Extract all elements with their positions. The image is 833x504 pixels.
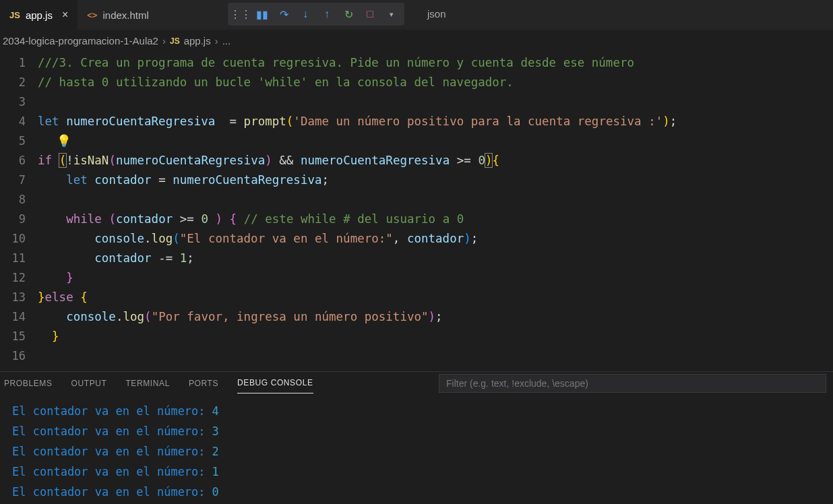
code-token: isNaN (73, 154, 109, 167)
tab-terminal[interactable]: TERMINAL (125, 373, 169, 393)
console-msg: El contador va en el número: (12, 482, 206, 502)
crumb-file[interactable]: app.js (184, 35, 211, 46)
js-icon: JS (9, 10, 20, 20)
console-line: El contador va en el número:2 (12, 441, 821, 462)
console-line: El contador va en el número:4 (12, 401, 821, 421)
code-token: prompt (244, 115, 286, 128)
console-line: El contador va en el número:0 (12, 482, 821, 502)
code-token: -= (158, 251, 180, 265)
code-comment: ///3. Crea un programa de cuenta regresi… (38, 56, 642, 69)
lightbulb-icon[interactable]: 💡 (57, 131, 71, 151)
panel-tabs: PROBLEMS OUTPUT TERMINAL PORTS DEBUG CON… (0, 371, 833, 394)
chevron-right-icon: › (215, 35, 218, 46)
console-line: El contador va en el número:3 (12, 421, 821, 441)
debug-console-filter-input[interactable] (439, 374, 826, 393)
code-token: let (38, 115, 59, 128)
line-number: 10 (0, 229, 38, 249)
line-number: 5 (0, 131, 38, 151)
code-token: contador (407, 232, 464, 245)
line-number: 12 (0, 268, 38, 288)
code-token: >= (457, 154, 471, 167)
line-number: 1 (0, 53, 38, 73)
line-number: 3 (0, 92, 38, 112)
code-token: log (123, 310, 144, 323)
html-icon: <> (87, 10, 97, 20)
line-number: 9 (0, 210, 38, 229)
code-token: contador (94, 251, 151, 265)
tab-json-partial: json (427, 8, 446, 20)
line-number: 6 (0, 151, 38, 170)
code-token: console (66, 310, 116, 323)
code-token: if (38, 154, 52, 167)
grip-icon[interactable]: ⋮⋮ (235, 8, 247, 20)
tab-bar: JS app.js × <> index.html (0, 0, 833, 30)
line-number: 13 (0, 288, 38, 307)
code-token: numeroCuentaRegresiva (301, 154, 450, 167)
console-value: 0 (212, 482, 219, 502)
pause-icon[interactable]: ▮▮ (256, 8, 268, 20)
code-token: >= (180, 212, 194, 226)
code-token: 'Dame un número positivo para la cuenta … (293, 115, 662, 128)
restart-icon[interactable]: ↻ (342, 8, 354, 20)
code-token: 0 (201, 212, 208, 226)
console-value: 1 (212, 462, 219, 482)
debug-console-output: El contador va en el número:4 El contado… (0, 394, 833, 504)
code-token: else (45, 290, 73, 304)
code-token: numeroCuentaRegresiva (116, 154, 265, 167)
code-editor[interactable]: 1///3. Crea un programa de cuenta regres… (0, 52, 833, 366)
tab-output[interactable]: OUTPUT (71, 373, 107, 393)
tab-app-js[interactable]: JS app.js × (0, 0, 78, 30)
line-number: 16 (0, 346, 38, 366)
console-msg: El contador va en el número: (12, 462, 206, 482)
console-msg: El contador va en el número: (12, 401, 206, 421)
code-token: "Por favor, ingresa un número positivo" (152, 310, 429, 323)
code-token: console (94, 232, 144, 245)
tab-label: app.js (26, 9, 53, 21)
console-line: El contador va en el número:1 (12, 462, 821, 482)
code-token: while (66, 212, 102, 226)
close-icon[interactable]: × (62, 9, 68, 21)
code-token: log (152, 232, 173, 245)
tab-label: index.html (102, 9, 148, 21)
chevron-right-icon: › (162, 35, 166, 46)
step-out-icon[interactable]: ↑ (321, 8, 333, 20)
code-token: numeroCuentaRegresiva (66, 115, 215, 128)
line-number: 15 (0, 327, 38, 346)
console-value: 3 (212, 421, 219, 441)
breadcrumb[interactable]: 2034-logica-programacion-1-Aula2 › JS ap… (0, 30, 833, 52)
console-value: 4 (212, 401, 219, 421)
code-token: && (279, 154, 293, 167)
code-token: "El contador va en el número:" (180, 232, 393, 245)
crumb-trail[interactable]: ... (222, 35, 231, 46)
step-over-icon[interactable]: ↷ (278, 8, 290, 20)
code-token: let (66, 173, 88, 187)
line-number: 7 (0, 170, 38, 190)
code-comment: // hasta 0 utilizando un bucle 'while' e… (38, 75, 520, 89)
console-msg: El contador va en el número: (12, 441, 206, 462)
stop-icon[interactable]: □ (364, 8, 376, 20)
js-icon: JS (170, 36, 180, 46)
debug-toolbar: ⋮⋮ ▮▮ ↷ ↓ ↑ ↻ □ ▾ (228, 3, 404, 26)
console-value: 2 (212, 441, 219, 462)
code-token: numeroCuentaRegresiva (173, 173, 321, 187)
line-number: 11 (0, 249, 38, 268)
code-token: contador (94, 173, 151, 187)
line-number: 2 (0, 73, 38, 92)
line-number: 8 (0, 190, 38, 210)
code-token: 1 (180, 251, 187, 265)
tab-problems[interactable]: PROBLEMS (4, 373, 53, 393)
code-token: contador (116, 212, 173, 226)
code-comment: // este while # del usuario a 0 (244, 212, 464, 226)
tab-ports[interactable]: PORTS (189, 373, 218, 393)
tab-index-html[interactable]: <> index.html (78, 0, 158, 30)
line-number: 4 (0, 112, 38, 131)
console-msg: El contador va en el número: (12, 421, 206, 441)
tab-debug-console[interactable]: DEBUG CONSOLE (237, 373, 313, 393)
chevron-down-icon[interactable]: ▾ (385, 8, 398, 20)
crumb-folder[interactable]: 2034-logica-programacion-1-Aula2 (3, 35, 158, 46)
step-into-icon[interactable]: ↓ (299, 8, 311, 20)
line-number: 14 (0, 307, 38, 327)
